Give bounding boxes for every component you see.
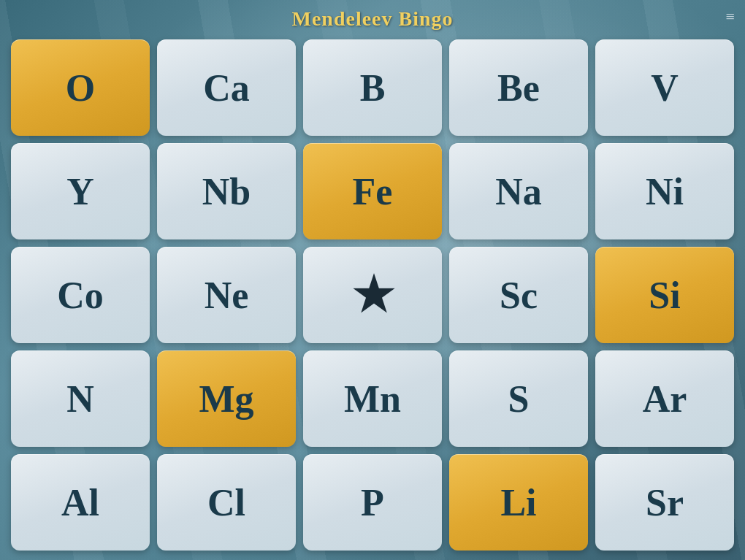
cell-si[interactable]: Si [595, 247, 734, 343]
cell-v[interactable]: V [595, 39, 734, 136]
cell-be[interactable]: Be [449, 39, 588, 136]
cell-ca[interactable]: Ca [157, 39, 296, 136]
cell-sr[interactable]: Sr [595, 454, 734, 551]
menu-icon[interactable]: ≡ [726, 7, 735, 26]
cell-nb[interactable]: Nb [157, 143, 296, 239]
cell-ar[interactable]: Ar [595, 350, 734, 447]
page-title: Mendeleev Bingo [291, 7, 453, 31]
cell-na[interactable]: Na [449, 143, 588, 239]
cell-p[interactable]: P [303, 454, 442, 551]
cell-b[interactable]: B [303, 39, 442, 136]
cell-ni[interactable]: Ni [595, 143, 734, 239]
cell-ne[interactable]: Ne [157, 247, 296, 343]
cell-sc[interactable]: Sc [449, 247, 588, 343]
cell-star[interactable]: ★ [303, 247, 442, 343]
bingo-grid: OCaBBeVYNbFeNaNiCoNe★ScSiNMgMnSArAlClPLi… [11, 39, 734, 551]
cell-co[interactable]: Co [11, 247, 150, 343]
cell-y[interactable]: Y [11, 143, 150, 239]
cell-fe[interactable]: Fe [303, 143, 442, 239]
cell-s[interactable]: S [449, 350, 588, 447]
page: Mendeleev Bingo ≡ OCaBBeVYNbFeNaNiCoNe★S… [0, 0, 745, 560]
cell-al[interactable]: Al [11, 454, 150, 551]
cell-li[interactable]: Li [449, 454, 588, 551]
cell-mn[interactable]: Mn [303, 350, 442, 447]
cell-cl[interactable]: Cl [157, 454, 296, 551]
cell-n[interactable]: N [11, 350, 150, 447]
cell-mg[interactable]: Mg [157, 350, 296, 447]
cell-o[interactable]: O [11, 39, 150, 136]
